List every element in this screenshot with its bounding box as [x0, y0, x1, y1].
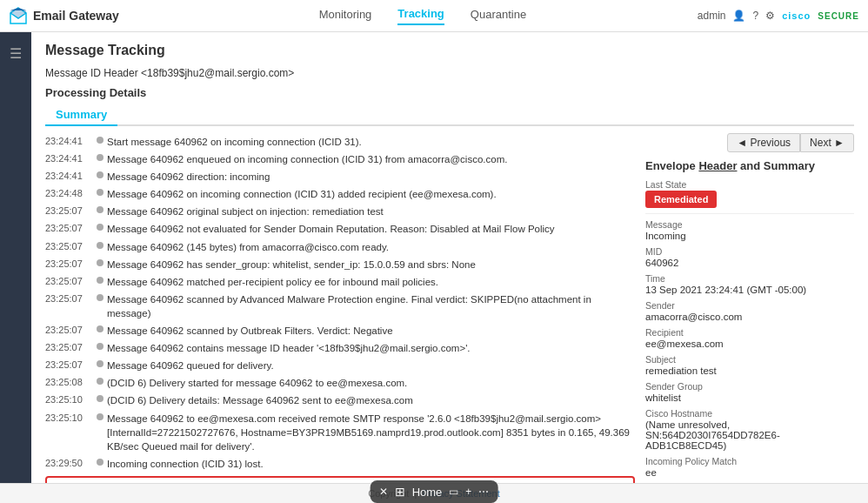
log-dot	[93, 292, 107, 301]
log-row: 23:25:10(DCID 6) Delivery details: Messa…	[45, 392, 635, 409]
subject-label: Subject	[645, 354, 854, 365]
log-dot	[93, 376, 107, 385]
settings-icon[interactable]: ⚙	[765, 10, 775, 22]
envelope-title-suffix: and Summary	[738, 159, 816, 172]
subject-value: remediation test	[645, 366, 854, 376]
main-content: Message Tracking Message ID Header <18fb…	[31, 32, 868, 503]
log-row: 23:25:07Message 640962 has sender_group:…	[45, 256, 635, 273]
nav-menu: Monitoring Tracking Quarantine	[148, 7, 698, 25]
mid-section: MID 640962	[645, 246, 854, 268]
log-message: Message 640962 original subject on injec…	[107, 205, 635, 218]
email-gateway-icon	[9, 6, 28, 25]
cisco-logo: cisco	[782, 10, 811, 21]
cisco-hostname-label: Cisco Hostname	[645, 408, 854, 419]
incoming-policy-value: ee	[645, 467, 854, 478]
log-dot	[93, 341, 107, 350]
log-time: 23:25:07	[45, 359, 93, 372]
previous-button[interactable]: ◄ Previous	[727, 133, 800, 152]
log-dot	[93, 135, 107, 144]
log-dot	[93, 258, 107, 266]
log-message: Message 640962 contains message ID heade…	[107, 341, 635, 355]
log-message: Message 640962 has sender_group: whiteli…	[107, 258, 635, 272]
message-label: Message	[645, 219, 854, 230]
log-row: 23:25:08(DCID 6) Delivery started for me…	[45, 374, 635, 392]
log-time: 23:24:41	[45, 170, 93, 183]
recipient-section: Recipient ee@mexesa.com	[645, 327, 854, 349]
log-message: (DCID 6) Delivery started for message 64…	[107, 376, 635, 390]
log-dot	[93, 359, 107, 367]
sidebar-menu-icon[interactable]: ☰	[3, 41, 28, 65]
message-value: Incoming	[645, 231, 854, 241]
home-label[interactable]: Home	[412, 486, 443, 499]
last-state-section: Last State Remediated	[645, 179, 854, 208]
sender-value: amacorra@cisco.com	[645, 312, 854, 322]
log-dot	[93, 170, 107, 178]
incoming-policy-section: Incoming Policy Match ee	[645, 456, 854, 478]
close-icon[interactable]: ✕	[379, 486, 388, 498]
sender-group-value: whitelist	[645, 392, 854, 403]
nav-tracking[interactable]: Tracking	[397, 7, 444, 25]
sender-group-section: Sender Group whitelist	[645, 381, 854, 403]
nav-monitoring[interactable]: Monitoring	[319, 8, 372, 24]
app-logo: Email Gateway	[9, 6, 148, 25]
message-section: Message Incoming	[645, 219, 854, 241]
log-row: 23:25:07Message 640962 original subject …	[45, 203, 635, 220]
add-icon[interactable]: +	[465, 486, 471, 498]
log-time: 23:25:07	[45, 205, 93, 218]
log-time: 23:25:10	[45, 393, 93, 406]
log-row: 23:25:07Message 640962 scanned by Advanc…	[45, 291, 635, 322]
nav-quarantine[interactable]: Quarantine	[471, 8, 526, 24]
log-dot	[93, 393, 107, 402]
page-title: Message Tracking	[45, 43, 854, 58]
log-dot	[93, 240, 107, 249]
envelope-title-main: Header	[698, 159, 737, 172]
log-row: 23:24:48Message 640962 on incoming conne…	[45, 185, 635, 203]
log-message: Message 640962 direction: incoming	[107, 170, 635, 184]
envelope-title-prefix: Envelope	[645, 159, 698, 172]
log-time: 23:25:08	[45, 376, 93, 389]
tab-summary[interactable]: Summary	[45, 104, 117, 126]
log-message: Message 640962 scanned by Advanced Malwa…	[107, 292, 635, 320]
envelope-header: Envelope Header and Summary	[645, 159, 854, 172]
log-time: 23:24:41	[45, 152, 93, 165]
sidebar: ☰	[0, 32, 31, 503]
app-title: Email Gateway	[33, 9, 119, 23]
log-row: 23:25:07Message 640962 queued for delive…	[45, 357, 635, 374]
log-row: 23:24:41Start message 640962 on incoming…	[45, 133, 635, 151]
help-icon[interactable]: ?	[752, 10, 758, 22]
message-id-header: Message ID Header <18fb39$jhu2@mail.serg…	[45, 67, 854, 79]
log-time: 23:25:07	[45, 258, 93, 271]
topnav: Email Gateway Monitoring Tracking Quaran…	[0, 0, 868, 32]
log-time: 23:25:07	[45, 324, 93, 337]
log-message: Message 640962 queued for delivery.	[107, 359, 635, 372]
cisco-hostname-value: (Name unresolved, SN:564D2030I7654DD782E…	[645, 419, 854, 451]
log-message: Message 640962 not evaluated for Sender …	[107, 222, 635, 236]
user-icon[interactable]: 👤	[732, 10, 745, 22]
log-row: 23:25:07Message 640962 contains message …	[45, 339, 635, 357]
log-dot	[93, 222, 107, 231]
tab-bar: Summary	[45, 104, 854, 126]
left-panel: 23:24:41Start message 640962 on incoming…	[45, 133, 635, 503]
window-icon[interactable]: ▭	[449, 486, 458, 498]
log-row: 23:25:07Message 640962 matched per-recip…	[45, 273, 635, 291]
remediated-badge: Remediated	[645, 191, 717, 208]
log-dot	[93, 324, 107, 332]
grid-icon[interactable]: ⊞	[395, 485, 405, 499]
sender-section: Sender amacorra@cisco.com	[645, 300, 854, 322]
log-dot	[93, 187, 107, 196]
admin-label: admin	[698, 10, 726, 22]
mid-value: 640962	[645, 258, 854, 268]
next-button[interactable]: Next ►	[800, 133, 854, 152]
log-row: 23:24:41Message 640962 direction: incomi…	[45, 168, 635, 185]
log-time: 23:25:07	[45, 275, 93, 288]
processing-details-title: Processing Details	[45, 86, 854, 99]
log-dot	[93, 457, 107, 466]
more-icon[interactable]: ⋯	[478, 486, 489, 498]
log-message: Message 640962 on incoming connection (I…	[107, 187, 635, 201]
taskbar: ✕ ⊞ Home ▭ + ⋯	[371, 480, 498, 503]
log-row: 23:25:07Message 640962 scanned by Outbre…	[45, 322, 635, 339]
right-panel: ◄ Previous Next ► Envelope Header and Su…	[645, 133, 854, 503]
log-time: 23:25:07	[45, 341, 93, 354]
log-message: Message 640962 scanned by Outbreak Filte…	[107, 324, 635, 338]
cisco-hostname-section: Cisco Hostname (Name unresolved, SN:564D…	[645, 408, 854, 451]
